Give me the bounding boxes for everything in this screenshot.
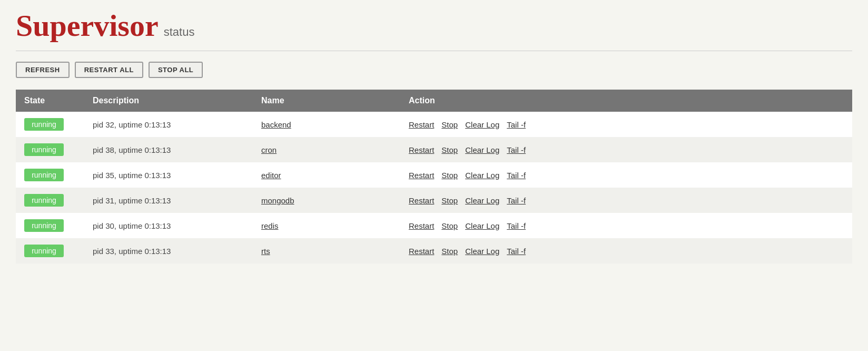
process-table: State Description Name Action runningpid…	[16, 90, 852, 264]
refresh-button[interactable]: REFRESH	[16, 62, 70, 78]
name-cell: redis	[253, 213, 400, 238]
action-clear-log-link[interactable]: Clear Log	[465, 221, 499, 230]
state-cell: running	[16, 188, 84, 213]
state-cell: running	[16, 137, 84, 162]
action-cell: RestartStopClear LogTail -f	[400, 112, 852, 137]
action-restart-link[interactable]: Restart	[409, 171, 434, 180]
state-badge: running	[24, 194, 64, 207]
table-header-row: State Description Name Action	[16, 90, 852, 112]
action-tail--f-link[interactable]: Tail -f	[507, 221, 526, 230]
action-tail--f-link[interactable]: Tail -f	[507, 196, 526, 205]
app-title: Supervisor	[16, 11, 159, 41]
description-cell: pid 38, uptime 0:13:13	[84, 137, 253, 162]
action-clear-log-link[interactable]: Clear Log	[465, 247, 499, 256]
state-badge: running	[24, 219, 64, 232]
description-cell: pid 30, uptime 0:13:13	[84, 213, 253, 238]
state-cell: running	[16, 112, 84, 137]
description-cell: pid 31, uptime 0:13:13	[84, 188, 253, 213]
action-stop-link[interactable]: Stop	[441, 145, 458, 154]
action-stop-link[interactable]: Stop	[441, 196, 458, 205]
action-cell: RestartStopClear LogTail -f	[400, 188, 852, 213]
table-row: runningpid 38, uptime 0:13:13cronRestart…	[16, 137, 852, 162]
action-tail--f-link[interactable]: Tail -f	[507, 120, 526, 129]
process-name-link[interactable]: cron	[261, 145, 277, 154]
description-cell: pid 33, uptime 0:13:13	[84, 238, 253, 264]
action-stop-link[interactable]: Stop	[441, 247, 458, 256]
toolbar: REFRESH RESTART ALL STOP ALL	[16, 62, 852, 78]
state-cell: running	[16, 213, 84, 238]
action-tail--f-link[interactable]: Tail -f	[507, 247, 526, 256]
action-restart-link[interactable]: Restart	[409, 120, 434, 129]
state-cell: running	[16, 162, 84, 188]
state-cell: running	[16, 238, 84, 264]
stop-all-button[interactable]: STOP ALL	[149, 62, 203, 78]
table-row: runningpid 31, uptime 0:13:13mongodbRest…	[16, 188, 852, 213]
action-tail--f-link[interactable]: Tail -f	[507, 171, 526, 180]
col-header-state: State	[16, 90, 84, 112]
description-cell: pid 32, uptime 0:13:13	[84, 112, 253, 137]
action-stop-link[interactable]: Stop	[441, 171, 458, 180]
header-divider	[16, 51, 852, 51]
action-stop-link[interactable]: Stop	[441, 120, 458, 129]
process-name-link[interactable]: redis	[261, 221, 279, 230]
process-name-link[interactable]: backend	[261, 120, 291, 129]
restart-all-button[interactable]: RESTART ALL	[75, 62, 143, 78]
process-name-link[interactable]: editor	[261, 171, 281, 180]
action-stop-link[interactable]: Stop	[441, 221, 458, 230]
name-cell: mongodb	[253, 188, 400, 213]
action-clear-log-link[interactable]: Clear Log	[465, 120, 499, 129]
page-header: Supervisor status	[16, 11, 852, 41]
table-row: runningpid 32, uptime 0:13:13backendRest…	[16, 112, 852, 137]
action-restart-link[interactable]: Restart	[409, 247, 434, 256]
state-badge: running	[24, 118, 64, 131]
state-badge: running	[24, 245, 64, 257]
state-badge: running	[24, 169, 64, 181]
table-row: runningpid 35, uptime 0:13:13editorResta…	[16, 162, 852, 188]
action-restart-link[interactable]: Restart	[409, 145, 434, 154]
action-clear-log-link[interactable]: Clear Log	[465, 171, 499, 180]
process-name-link[interactable]: rts	[261, 247, 270, 256]
action-cell: RestartStopClear LogTail -f	[400, 162, 852, 188]
action-cell: RestartStopClear LogTail -f	[400, 238, 852, 264]
table-row: runningpid 33, uptime 0:13:13rtsRestartS…	[16, 238, 852, 264]
description-cell: pid 35, uptime 0:13:13	[84, 162, 253, 188]
state-badge: running	[24, 143, 64, 156]
name-cell: cron	[253, 137, 400, 162]
name-cell: backend	[253, 112, 400, 137]
col-header-description: Description	[84, 90, 253, 112]
name-cell: rts	[253, 238, 400, 264]
process-name-link[interactable]: mongodb	[261, 196, 294, 205]
action-cell: RestartStopClear LogTail -f	[400, 213, 852, 238]
action-cell: RestartStopClear LogTail -f	[400, 137, 852, 162]
action-restart-link[interactable]: Restart	[409, 221, 434, 230]
col-header-name: Name	[253, 90, 400, 112]
app-subtitle: status	[164, 25, 195, 39]
action-clear-log-link[interactable]: Clear Log	[465, 196, 499, 205]
action-tail--f-link[interactable]: Tail -f	[507, 145, 526, 154]
table-row: runningpid 30, uptime 0:13:13redisRestar…	[16, 213, 852, 238]
name-cell: editor	[253, 162, 400, 188]
col-header-action: Action	[400, 90, 852, 112]
action-clear-log-link[interactable]: Clear Log	[465, 145, 499, 154]
action-restart-link[interactable]: Restart	[409, 196, 434, 205]
